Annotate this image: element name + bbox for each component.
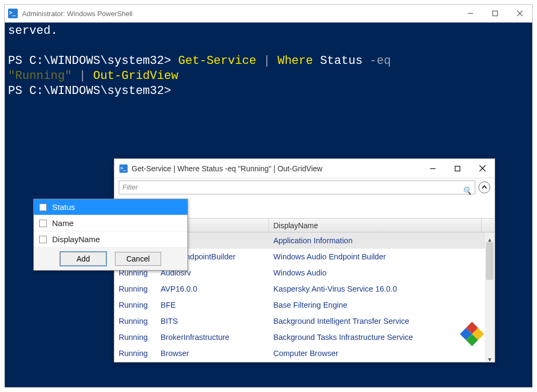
cell-display: Computer Browser: [269, 345, 495, 361]
maximize-button[interactable]: [483, 5, 507, 23]
console-prompt: PS C:\WINDOWS\system32>: [8, 84, 171, 98]
cell-status: Running: [114, 281, 156, 297]
criteria-option-label: Name: [52, 219, 74, 228]
cell-name: AVP16.0.0: [156, 281, 269, 297]
console-cmd: Out-GridView: [93, 69, 178, 83]
ogv-title: Get-Service | Where Status -eq "Running"…: [132, 161, 322, 176]
scroll-down-button[interactable]: ▼: [485, 352, 495, 362]
grid-scrollbar[interactable]: ▲ ▼: [485, 233, 495, 362]
checkbox[interactable]: [39, 236, 47, 243]
criteria-cancel-button[interactable]: Cancel: [115, 252, 161, 266]
filter-placeholder: Filter: [122, 180, 138, 195]
svg-rect-5: [455, 166, 460, 171]
table-row[interactable]: RunningBrokerInfrastructureBackground Ta…: [114, 329, 495, 345]
window-buttons: [458, 5, 532, 23]
cell-status: Running: [114, 329, 156, 345]
console-prompt: PS C:\WINDOWS\system32>: [8, 54, 171, 68]
criteria-add-button[interactable]: Add: [60, 252, 106, 266]
criteria-option-label: Status: [52, 202, 75, 212]
cell-name: Browser: [156, 345, 269, 361]
cell-display: Kaspersky Anti-Virus Service 16.0.0: [269, 281, 495, 297]
svg-rect-1: [493, 11, 498, 16]
console-arg: Status: [320, 54, 362, 68]
table-row[interactable]: RunningBFEBase Filtering Engine: [114, 297, 495, 313]
cell-name: BFE: [156, 297, 269, 313]
console-cmd: Where: [278, 54, 313, 68]
criteria-option[interactable]: DisplayName: [34, 231, 187, 248]
close-button[interactable]: [507, 5, 532, 23]
console-op: -eq: [369, 54, 391, 68]
col-header-display[interactable]: DisplayName: [269, 219, 482, 232]
criteria-option-label: DisplayName: [52, 235, 100, 244]
console-string: "Running": [8, 69, 72, 83]
checkbox[interactable]: [39, 204, 47, 211]
ogv-window-buttons: [420, 159, 495, 178]
console-cmd: Get-Service: [178, 54, 256, 68]
close-button[interactable]: [470, 159, 495, 178]
collapse-toggle[interactable]: [478, 182, 490, 193]
powershell-window: Administrator: Windows PowerShell served…: [4, 4, 533, 388]
cell-display: Windows Audio Endpoint Builder: [269, 249, 495, 265]
powershell-icon: [119, 164, 127, 172]
criteria-popup-buttons: Add Cancel: [34, 248, 187, 270]
console-pipe: |: [79, 69, 86, 83]
cell-display: Background Tasks Infrastructure Service: [269, 329, 495, 345]
criteria-option[interactable]: Status: [34, 199, 187, 215]
criteria-option[interactable]: Name: [34, 215, 187, 231]
cell-name: BrokerInfrastructure: [156, 329, 269, 345]
powershell-titlebar[interactable]: Administrator: Windows PowerShell: [5, 5, 532, 23]
cell-status: Running: [114, 297, 156, 313]
search-icon: 🔍: [462, 183, 471, 198]
filter-input[interactable]: Filter 🔍: [119, 180, 475, 194]
powershell-title: Administrator: Windows PowerShell: [22, 10, 133, 18]
cell-status: Running: [114, 345, 156, 361]
maximize-button[interactable]: [445, 159, 470, 178]
cell-display: Windows Audio: [269, 265, 495, 281]
cell-display: Application Information: [269, 233, 495, 249]
scroll-thumb[interactable]: [486, 242, 494, 280]
scroll-up-button[interactable]: ▲: [485, 233, 495, 242]
cell-display: Base Filtering Engine: [269, 297, 495, 313]
console-text: served.: [8, 24, 57, 38]
cell-status: Running: [114, 313, 156, 329]
ogv-titlebar[interactable]: Get-Service | Where Status -eq "Running"…: [114, 159, 495, 178]
console-pipe: |: [263, 54, 270, 68]
cell-name: BITS: [156, 313, 269, 329]
table-row[interactable]: RunningBrowserComputer Browser: [114, 345, 495, 361]
table-row[interactable]: RunningAVP16.0.0Kaspersky Anti-Virus Ser…: [114, 281, 495, 297]
criteria-popup: StatusNameDisplayName Add Cancel: [33, 199, 188, 271]
checkbox[interactable]: [39, 220, 47, 227]
minimize-button[interactable]: [458, 5, 483, 23]
ogv-filter-row: Filter 🔍: [114, 178, 495, 197]
cell-display: Background Intelligent Transfer Service: [269, 313, 495, 329]
powershell-icon: [8, 9, 18, 18]
minimize-button[interactable]: [420, 159, 445, 178]
table-row[interactable]: RunningBITSBackground Intelligent Transf…: [114, 313, 495, 329]
